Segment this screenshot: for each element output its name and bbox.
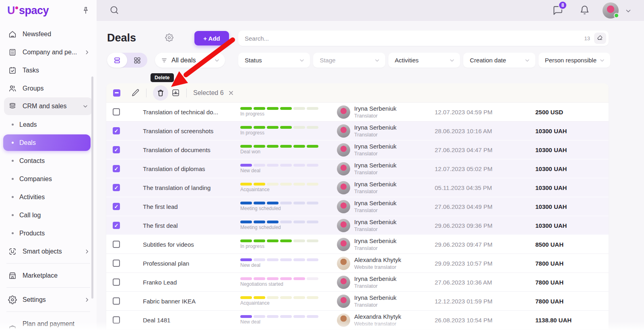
pin-sidebar-icon[interactable]: [81, 6, 90, 15]
creation-date: 05.11.2023 04:35 PM: [435, 184, 535, 191]
bell-icon[interactable]: [580, 5, 590, 15]
stage-segment: [254, 277, 265, 280]
filter-activities[interactable]: Activities: [388, 53, 460, 68]
row-checkbox[interactable]: [113, 222, 120, 229]
person-name[interactable]: Iryna Serbeniuk: [354, 162, 435, 169]
person-avatar: [337, 257, 350, 270]
deal-name[interactable]: Professional plan: [143, 260, 240, 267]
table-row[interactable]: Translation of diplomas New deal Iryna S…: [106, 159, 609, 178]
sidebar-item-tasks[interactable]: Tasks: [0, 61, 97, 79]
saved-filter-dropdown[interactable]: All deals: [155, 53, 225, 68]
stage-segment: [307, 221, 318, 223]
person-name[interactable]: Iryna Serbeniuk: [354, 294, 435, 301]
sidebar-item-contacts[interactable]: Contacts: [0, 152, 97, 170]
table-row[interactable]: Translation of technical do... In progre…: [106, 103, 609, 122]
export-icon[interactable]: [171, 89, 180, 97]
person-name[interactable]: Iryna Serbeniuk: [354, 200, 435, 206]
person-name[interactable]: Iryna Serbeniuk: [354, 275, 435, 282]
person-name[interactable]: Iryna Serbeniuk: [354, 105, 435, 112]
table-row[interactable]: Deal 1481 New deal Alexandra Khytyk Webs…: [106, 311, 609, 330]
deal-name[interactable]: Franko Lead: [143, 279, 240, 286]
sidebar-item-companies[interactable]: Companies: [0, 170, 97, 188]
sidebar-item-activities[interactable]: Activities: [0, 188, 97, 206]
deal-amount: 10300 UAH: [535, 184, 609, 191]
list-settings-gear-icon[interactable]: [165, 33, 173, 42]
row-checkbox[interactable]: [113, 203, 120, 210]
deal-name[interactable]: The translation of landing: [143, 184, 240, 191]
sidebar-nav: Newsfeed Company and pe... Tasks Groups …: [0, 21, 97, 330]
row-checkbox[interactable]: [113, 184, 120, 191]
clear-search-eraser-icon[interactable]: [594, 33, 606, 44]
deal-name[interactable]: Fabric banner IKEA: [143, 298, 240, 305]
deal-name[interactable]: The first lead: [143, 203, 240, 210]
deal-name[interactable]: Translation of documents: [143, 146, 240, 153]
row-checkbox[interactable]: [113, 278, 120, 286]
deal-name[interactable]: Subtitles for videos: [143, 241, 240, 248]
sidebar-item-call-log[interactable]: Call log: [0, 206, 97, 224]
home-icon: [8, 30, 17, 39]
edit-pencil-icon[interactable]: [131, 89, 140, 97]
sidebar-item-leads[interactable]: Leads: [0, 116, 97, 134]
sidebar-scrollbar[interactable]: [91, 76, 93, 299]
table-row[interactable]: Subtitles for videos In progress Iryna S…: [106, 235, 609, 254]
row-checkbox[interactable]: [113, 297, 120, 305]
row-checkbox[interactable]: [113, 127, 120, 134]
person-name[interactable]: Alexandra Khytyk: [354, 256, 435, 263]
list-view-toggle[interactable]: [107, 53, 127, 68]
deal-name[interactable]: Translation of diplomas: [143, 165, 240, 172]
row-checkbox[interactable]: [113, 260, 120, 267]
row-checkbox[interactable]: [113, 108, 120, 116]
stage-segment: [293, 202, 305, 204]
filter-person-responsible[interactable]: Person responsible: [539, 53, 610, 68]
row-checkbox[interactable]: [113, 146, 120, 153]
delete-trash-icon[interactable]: [153, 85, 168, 101]
sidebar-item-marketplace[interactable]: Marketplace: [0, 266, 97, 285]
add-deal-button[interactable]: + Add: [194, 31, 229, 45]
table-row[interactable]: Professional plan New deal Alexandra Khy…: [106, 254, 609, 273]
uspacy-logo[interactable]: U spacy: [7, 4, 49, 17]
row-checkbox[interactable]: [113, 316, 120, 324]
person-name[interactable]: Iryna Serbeniuk: [354, 124, 435, 131]
sidebar-item-products[interactable]: Products: [0, 224, 97, 242]
person-name[interactable]: Alexandra Khytyk: [354, 313, 435, 320]
deal-name[interactable]: Translation of screenshots: [143, 128, 240, 134]
table-row[interactable]: Franko Lead Negotiations started Iryna S…: [106, 273, 609, 292]
person-name[interactable]: Iryna Serbeniuk: [354, 237, 435, 244]
table-row[interactable]: Fabric banner IKEA Acquaintance Iryna Se…: [106, 292, 609, 311]
deal-name[interactable]: Deal 1481: [143, 317, 240, 324]
person-name[interactable]: Iryna Serbeniuk: [354, 143, 435, 150]
stage-progress: Meeting scheduled: [240, 202, 337, 211]
filter-stage[interactable]: Stage: [313, 53, 385, 68]
table-row[interactable]: The first deal Meeting scheduled Iryna S…: [106, 216, 609, 235]
person-name[interactable]: Iryna Serbeniuk: [354, 219, 435, 225]
table-row[interactable]: The first lead Meeting scheduled Iryna S…: [106, 197, 609, 216]
filter-status[interactable]: Status: [238, 53, 310, 68]
table-row[interactable]: Translation of documents Deal won Iryna …: [106, 140, 609, 159]
sidebar-item-company[interactable]: Company and pe...: [0, 43, 97, 61]
clear-selection-close-icon[interactable]: [228, 90, 234, 96]
row-checkbox[interactable]: [113, 241, 120, 248]
stage-segment: [267, 315, 279, 318]
table-row[interactable]: Translation of screenshots In progress I…: [106, 122, 609, 140]
person-name[interactable]: Iryna Serbeniuk: [354, 181, 435, 188]
global-search-icon[interactable]: [109, 5, 119, 15]
table-row[interactable]: The translation of landing Acquaintance …: [106, 178, 609, 197]
account-chevron-down-icon[interactable]: [625, 7, 632, 14]
sidebar-item-deals[interactable]: Deals: [3, 134, 91, 151]
sidebar-item-groups[interactable]: Groups: [0, 79, 97, 97]
deal-name[interactable]: Translation of technical do...: [143, 109, 240, 116]
filter-creation-date[interactable]: Creation date: [463, 53, 535, 68]
deal-name[interactable]: The first deal: [143, 222, 240, 229]
stage-segment: [280, 315, 292, 318]
sidebar-item-crm-and-sales[interactable]: CRM and sales: [4, 97, 93, 115]
sidebar-item-newsfeed[interactable]: Newsfeed: [0, 25, 97, 43]
sidebar-item-smart-objects[interactable]: Smart objects: [0, 242, 97, 260]
stage-progress: Deal won: [240, 145, 337, 155]
sidebar-item-label: CRM and sales: [23, 103, 66, 110]
sidebar-item-settings[interactable]: Settings: [0, 291, 97, 309]
select-all-checkbox[interactable]: [113, 89, 120, 97]
search-input[interactable]: [245, 35, 584, 42]
row-checkbox[interactable]: [113, 165, 120, 172]
kanban-view-toggle[interactable]: [127, 53, 147, 68]
sidebar-item-plan-and-payment[interactable]: Plan and payment: [0, 315, 97, 330]
